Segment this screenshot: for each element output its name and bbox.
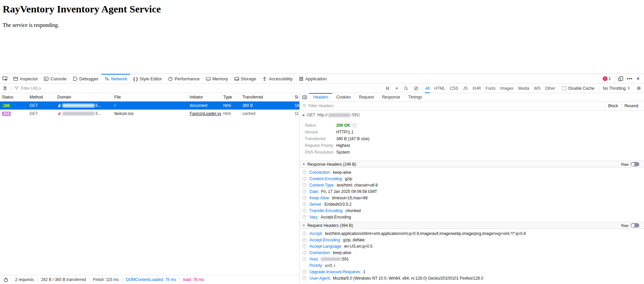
request-headers-section[interactable]: ▼ Request Headers (394 B) Raw (300, 222, 644, 229)
help-icon[interactable]: ? (302, 257, 306, 261)
tab-response[interactable]: Response (378, 93, 404, 101)
resend-button[interactable]: Resend (621, 102, 641, 110)
help-icon[interactable]: ? (302, 190, 306, 194)
domain-cell: 5... (55, 103, 112, 108)
raw-toggle[interactable] (631, 223, 639, 228)
network-icon (104, 76, 109, 81)
tab-headers[interactable]: Headers (309, 93, 332, 101)
help-icon[interactable]: ? (302, 238, 306, 242)
tab-performance[interactable]: Performance (165, 74, 202, 83)
header-row[interactable]: ?Server:EmbedIO/3.5.2 (300, 201, 644, 207)
filter-type-media[interactable]: Media (516, 84, 532, 93)
tab-debugger[interactable]: Debugger (69, 74, 101, 83)
filter-type-fonts[interactable]: Fonts (483, 84, 498, 93)
help-icon[interactable]: ? (302, 270, 306, 274)
header-row[interactable]: ?Connection:keep-alive (300, 249, 644, 256)
header-row[interactable]: ?Keep-Alive:timeout=15,max=98 (300, 195, 644, 201)
header-row[interactable]: ?Accept:text/html,application/xhtml+xml,… (300, 230, 644, 237)
filter-type-html[interactable]: HTML (432, 84, 448, 93)
filter-headers-input[interactable]: Filter Headers (308, 104, 334, 108)
application-icon (299, 76, 304, 81)
responsive-design-mode-icon[interactable] (618, 76, 624, 81)
collapse-icon: ▼ (302, 224, 305, 227)
search-icon[interactable] (401, 86, 411, 91)
header-row[interactable]: ?Host::591 (300, 256, 644, 262)
tab-storage[interactable]: Storage (231, 74, 259, 83)
col-method[interactable]: Method (28, 93, 55, 101)
tab-cookies[interactable]: Cookies (332, 93, 355, 101)
help-icon[interactable]: ? (302, 209, 306, 213)
clear-requests-button[interactable] (0, 86, 10, 91)
help-icon[interactable]: ? (302, 215, 306, 219)
help-icon[interactable]: ? (302, 276, 306, 280)
throttling-dropdown[interactable]: No Throttling ⇕ (599, 86, 634, 91)
header-row[interactable]: Priority:u=0, i (300, 262, 644, 269)
help-icon[interactable]: ? (302, 232, 306, 236)
help-icon[interactable]: ? (302, 244, 306, 248)
header-row[interactable]: ?Transfer-Encoding:chunked (300, 207, 644, 214)
filter-type-css[interactable]: CSS (448, 84, 461, 93)
header-row[interactable]: ?Date:Fri, 17 Jan 2025 09:09:58 GMT (300, 188, 644, 195)
response-headers-section[interactable]: ▼ Response Headers (249 B) Raw (300, 161, 644, 168)
header-row[interactable]: ?Content-Type:text/html; charset=utf-8 (300, 182, 644, 188)
tab-memory[interactable]: Memory (203, 74, 231, 83)
help-icon[interactable]: ? (302, 196, 306, 200)
tab-inspector[interactable]: Inspector (10, 74, 41, 83)
close-devtools-icon[interactable]: ✕ (636, 76, 640, 81)
page-title: RayVentory Inventory Agent Service (0, 0, 644, 15)
finish-time: Finish: 115 ms (90, 277, 122, 282)
toggle-performance-icon[interactable] (0, 277, 12, 282)
add-request-icon[interactable]: + (392, 85, 401, 91)
filter-type-ws[interactable]: WS (532, 84, 543, 93)
header-row[interactable]: ?Accept-Encoding:gzip, deflate (300, 237, 644, 243)
header-row[interactable]: ?Accept-Language:en-US,en;q=0.5 (300, 243, 644, 249)
tab-style-editor[interactable]: { } Style Editor (130, 74, 165, 83)
tab-request[interactable]: Request (355, 93, 378, 101)
col-size[interactable]: Si (293, 93, 299, 101)
tab-timings[interactable]: Timings (404, 93, 426, 101)
error-count-badge[interactable]: ! 1 (603, 76, 611, 81)
help-icon[interactable]: ? (352, 123, 356, 128)
split-pane-toggle-icon[interactable] (300, 93, 309, 101)
insecure-lock-icon (57, 104, 61, 108)
header-row[interactable]: ?Content-Encoding:gzip (300, 175, 644, 182)
help-icon[interactable]: ? (302, 183, 306, 187)
header-row[interactable]: ?User-Agent:Mozilla/5.0 (Windows NT 10.0… (300, 275, 644, 281)
help-icon[interactable]: ? (302, 170, 306, 174)
header-row[interactable]: ?Vary:Accept-Encoding (300, 214, 644, 220)
request-url-row[interactable]: ▶ GET http://:591/ (300, 111, 644, 119)
col-file[interactable]: File (112, 93, 188, 101)
filter-type-other[interactable]: Other (543, 84, 557, 93)
help-icon[interactable]: ? (302, 177, 306, 181)
block-request-icon[interactable] (411, 86, 421, 91)
initiator-link[interactable]: FaviconLoader.sys... (190, 111, 221, 116)
pause-traffic-icon[interactable] (383, 86, 392, 90)
block-button[interactable]: Block (605, 102, 621, 110)
header-row[interactable]: ?Connection:keep-alive (300, 169, 644, 175)
tab-network[interactable]: Network (101, 74, 130, 83)
filter-type-images[interactable]: Images (498, 84, 516, 93)
tab-console[interactable]: Console (41, 74, 69, 83)
col-initiator[interactable]: Initiator (188, 93, 221, 101)
request-method: GET (307, 113, 315, 117)
table-row[interactable]: 200 GET 5... / document html (0, 102, 299, 110)
table-row[interactable]: 404 GET 5... favicon.ico FaviconLoader.s… (0, 110, 299, 118)
filter-type-xhr[interactable]: XHR (470, 84, 483, 93)
filter-type-all[interactable]: All (423, 84, 432, 93)
col-domain[interactable]: Domain (55, 93, 112, 101)
raw-toggle[interactable] (631, 162, 639, 166)
col-type[interactable]: Type (221, 93, 240, 101)
pick-element-button[interactable] (0, 74, 10, 83)
disable-cache-checkbox[interactable]: Disable Cache (559, 86, 598, 91)
header-row[interactable]: ?Upgrade-Insecure-Requests:1 (300, 269, 644, 275)
devtools-menu-icon[interactable]: ••• (627, 76, 633, 81)
col-transferred[interactable]: Transferred (240, 93, 293, 101)
network-settings-gear-icon[interactable] (634, 86, 644, 91)
help-icon[interactable]: ? (302, 202, 306, 206)
col-status[interactable]: Status (0, 93, 28, 101)
help-icon[interactable]: ? (302, 251, 306, 255)
tab-application[interactable]: Application (296, 74, 330, 83)
filter-urls-input[interactable]: Filter URLs (12, 86, 112, 91)
filter-type-js[interactable]: JS (460, 84, 470, 93)
tab-accessibility[interactable]: Accessibility (259, 74, 296, 83)
